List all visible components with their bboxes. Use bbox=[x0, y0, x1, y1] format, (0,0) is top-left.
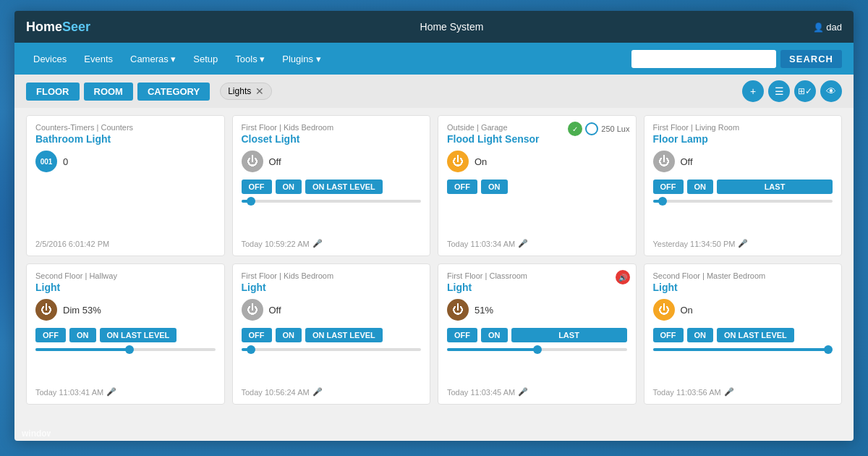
off-btn[interactable]: OFF bbox=[447, 180, 477, 194]
slider-row bbox=[242, 348, 422, 351]
card-timestamp: Today 11:03:41 AM 🎤 bbox=[35, 387, 216, 397]
slider-row bbox=[653, 348, 833, 351]
top-badges: ✓ 250 Lux bbox=[568, 122, 629, 136]
filter-tag-label: Lights bbox=[228, 86, 251, 96]
card-name: Floor Lamp bbox=[653, 133, 833, 145]
card-location: First Floor | Kids Bedroom bbox=[242, 123, 422, 132]
off-btn[interactable]: OFF bbox=[653, 180, 684, 194]
filter-room-btn[interactable]: ROOM bbox=[84, 83, 133, 101]
on-last-level-btn[interactable]: ON LAST LEVEL bbox=[100, 328, 177, 342]
last-btn[interactable]: LAST bbox=[511, 328, 627, 342]
on-btn[interactable]: ON bbox=[276, 180, 302, 194]
card-buttons: OFF ON ON LAST LEVEL bbox=[35, 328, 216, 342]
card-status-row: ⏻ 51% bbox=[447, 299, 627, 321]
card-name: Light bbox=[447, 282, 627, 293]
card-status-row: ⏻ Off bbox=[653, 151, 833, 172]
on-last-level-btn[interactable]: ON LAST LEVEL bbox=[305, 180, 383, 194]
on-last-level-btn[interactable]: ON LAST LEVEL bbox=[717, 328, 794, 342]
nav-setup[interactable]: Setup bbox=[186, 49, 225, 69]
nav-plugins[interactable]: Plugins ▾ bbox=[275, 49, 328, 69]
nav-cameras[interactable]: Cameras ▾ bbox=[123, 49, 183, 69]
off-btn[interactable]: OFF bbox=[447, 328, 477, 342]
off-btn[interactable]: OFF bbox=[242, 328, 272, 342]
user-menu[interactable]: dad bbox=[813, 22, 842, 33]
slider[interactable] bbox=[447, 348, 627, 351]
nav-events[interactable]: Events bbox=[77, 49, 120, 69]
card-status-row: ⏻ On bbox=[447, 151, 627, 172]
slider[interactable] bbox=[653, 200, 833, 203]
card-location: Counters-Timers | Counters bbox=[35, 123, 216, 132]
badge-blue-outline bbox=[585, 122, 598, 135]
mic-icon: 🎤 bbox=[724, 387, 734, 397]
eye-view-btn[interactable]: 👁 bbox=[820, 80, 842, 102]
svg-text:windows: windows bbox=[22, 428, 51, 439]
logo: HomeSeer bbox=[26, 20, 90, 35]
card-status-row: ⏻ Off bbox=[242, 299, 422, 321]
add-filter-btn[interactable]: + bbox=[742, 80, 764, 102]
card-name: Light bbox=[35, 282, 216, 293]
slider[interactable] bbox=[35, 348, 216, 351]
mic-icon: 🎤 bbox=[738, 239, 748, 248]
filter-actions: + ☰ ⊞✓ 👁 bbox=[742, 80, 842, 102]
card-timestamp: Today 11:03:34 AM 🎤 bbox=[447, 239, 627, 248]
search-button[interactable]: SEARCH bbox=[780, 50, 842, 68]
lux-label: 250 Lux bbox=[601, 124, 629, 133]
card-name: Light bbox=[653, 282, 833, 293]
status-text: Off bbox=[681, 156, 693, 167]
nav-devices[interactable]: Devices bbox=[26, 49, 74, 69]
card-hallway-light: Second Floor | Hallway Light ⏻ Dim 53% O… bbox=[26, 263, 225, 405]
slider[interactable] bbox=[653, 348, 833, 351]
off-btn[interactable]: OFF bbox=[35, 328, 66, 342]
mic-icon: 🎤 bbox=[312, 387, 323, 397]
slider[interactable] bbox=[242, 348, 422, 351]
slider-row bbox=[242, 200, 422, 203]
card-timestamp: Today 10:56:24 AM 🎤 bbox=[242, 387, 422, 397]
on-btn[interactable]: ON bbox=[481, 180, 508, 194]
card-floor-lamp: First Floor | Living Room Floor Lamp ⏻ O… bbox=[644, 115, 843, 256]
status-text: Off bbox=[269, 305, 281, 316]
card-buttons: OFF ON ON LAST LEVEL bbox=[242, 180, 422, 194]
filter-category-btn[interactable]: CATEGORY bbox=[137, 83, 210, 101]
mic-icon: 🎤 bbox=[106, 387, 116, 397]
slider[interactable] bbox=[242, 200, 422, 203]
nav-bar: Devices Events Cameras ▾ Setup Tools ▾ P… bbox=[14, 43, 854, 75]
status-text: 51% bbox=[475, 305, 493, 316]
card-buttons: OFF ON ON LAST LEVEL bbox=[242, 328, 422, 342]
filter-tag-close[interactable]: ✕ bbox=[255, 85, 264, 97]
card-buttons: OFF ON LAST bbox=[447, 328, 627, 342]
card-timestamp: Today 10:59:22 AM 🎤 bbox=[242, 239, 422, 248]
status-text: On bbox=[475, 156, 487, 167]
active-filter-tag: Lights ✕ bbox=[220, 83, 272, 100]
slider-row bbox=[653, 200, 833, 203]
badge-green: ✓ bbox=[568, 122, 582, 136]
nav-tools[interactable]: Tools ▾ bbox=[228, 49, 272, 69]
status-icon-power: ⏻ bbox=[447, 299, 469, 321]
on-last-level-btn[interactable]: ON LAST LEVEL bbox=[305, 328, 383, 342]
on-btn[interactable]: ON bbox=[687, 328, 714, 342]
filter-bar: FLOOR ROOM CATEGORY Lights ✕ + ☰ ⊞✓ 👁 bbox=[14, 75, 854, 108]
grid-check-btn[interactable]: ⊞✓ bbox=[794, 80, 816, 102]
on-btn[interactable]: ON bbox=[69, 328, 96, 342]
card-status-row: ⏻ Dim 53% bbox=[35, 299, 216, 321]
on-btn[interactable]: ON bbox=[276, 328, 302, 342]
status-icon-power: ⏻ bbox=[35, 299, 57, 321]
mic-icon: 🎤 bbox=[518, 387, 528, 397]
status-icon-power: ⏻ bbox=[447, 151, 469, 172]
header: HomeSeer Home System dad bbox=[14, 11, 854, 43]
off-btn[interactable]: OFF bbox=[653, 328, 684, 342]
last-btn[interactable]: LAST bbox=[717, 180, 833, 194]
slider-row bbox=[447, 348, 627, 351]
on-btn[interactable]: ON bbox=[481, 328, 508, 342]
filter-floor-btn[interactable]: FLOOR bbox=[26, 83, 80, 101]
status-text: Off bbox=[269, 156, 281, 167]
card-buttons: OFF ON LAST bbox=[653, 180, 833, 194]
search-input[interactable] bbox=[631, 50, 776, 68]
off-btn[interactable]: OFF bbox=[242, 180, 272, 194]
list-view-btn[interactable]: ☰ bbox=[768, 80, 790, 102]
card-status-row: ⏻ Off bbox=[242, 151, 422, 172]
card-bathroom-light: Counters-Timers | Counters Bathroom Ligh… bbox=[26, 115, 225, 256]
status-icon-power: ⏻ bbox=[653, 151, 675, 172]
status-icon-power: ⏻ bbox=[653, 299, 675, 321]
on-btn[interactable]: ON bbox=[687, 180, 714, 194]
status-text: Dim 53% bbox=[63, 305, 101, 316]
